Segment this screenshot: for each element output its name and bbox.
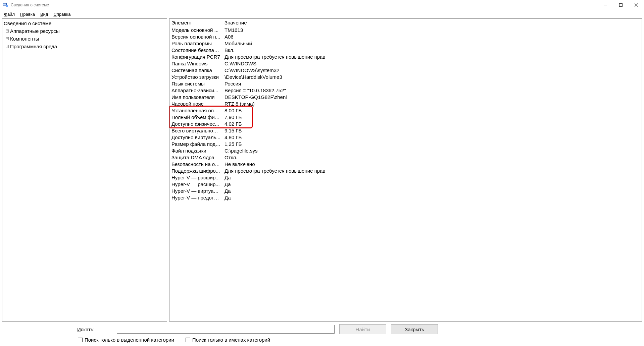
cell-element: Доступно виртуаль...: [169, 134, 222, 140]
table-row[interactable]: Доступно физичес...4,02 ГБ: [169, 120, 642, 127]
cell-value: A06: [222, 33, 347, 40]
table-row[interactable]: Hyper-V — виртуал...Да: [169, 187, 642, 194]
table-row[interactable]: Конфигурация PCR7Для просмотра требуется…: [169, 53, 642, 60]
expander-icon[interactable]: +: [6, 45, 9, 48]
cell-pad: [347, 181, 642, 187]
cell-pad: [347, 167, 642, 174]
menu-help[interactable]: Справка: [51, 11, 73, 17]
table-row[interactable]: Роль платформыМобильный: [169, 40, 642, 47]
tree-root-item[interactable]: Сведения о системе: [4, 19, 165, 27]
minimize-button[interactable]: [598, 0, 613, 10]
table-row[interactable]: Часовой поясRTZ 8 (зима): [169, 100, 642, 107]
cell-element: Состояние безопас...: [169, 47, 222, 53]
cell-element: Hyper-V — виртуал...: [169, 187, 222, 194]
cell-value: Для просмотра требуется повышение прав: [222, 167, 347, 174]
table-row[interactable]: Аппаратно-зависи...Версия = "10.0.18362.…: [169, 87, 642, 94]
table-row[interactable]: Безопасность на ос...Не включено: [169, 161, 642, 167]
table-row[interactable]: Всего виртуальной ...9,15 ГБ: [169, 127, 642, 134]
cell-element: Конфигурация PCR7: [169, 53, 222, 60]
table-row[interactable]: Размер файла подк...1,25 ГБ: [169, 140, 642, 147]
menu-view[interactable]: Вид: [38, 11, 51, 17]
search-bar: Искать: Найти Закрыть Поиск только в выд…: [0, 322, 644, 346]
detail-table: Элемент Значение Модель основной ...TM16…: [169, 19, 642, 201]
cell-value: RTZ 8 (зима): [222, 100, 347, 107]
cell-element: Аппаратно-зависи...: [169, 87, 222, 94]
cell-value: 1,25 ГБ: [222, 140, 347, 147]
table-row[interactable]: Полный объем физ...7,90 ГБ: [169, 114, 642, 120]
window-title: Сведения о системе: [11, 3, 49, 7]
close-search-button[interactable]: Закрыть: [391, 324, 438, 334]
menu-file[interactable]: Файл: [1, 11, 17, 17]
header-value[interactable]: Значение: [222, 19, 347, 26]
cell-element: Hyper-V — предотв...: [169, 194, 222, 201]
cell-pad: [347, 40, 642, 47]
detail-scroll[interactable]: Элемент Значение Модель основной ...TM16…: [169, 19, 642, 321]
cell-value: Да: [222, 181, 347, 187]
tree-item-label: Аппаратные ресурсы: [10, 27, 60, 35]
cell-element: Имя пользователя: [169, 94, 222, 100]
table-row[interactable]: Доступно виртуаль...4,80 ГБ: [169, 134, 642, 140]
cell-pad: [347, 67, 642, 73]
cell-element: Защита DMA ядра: [169, 154, 222, 161]
cell-value: TM1613: [222, 26, 347, 33]
tree-root: Сведения о системе +Аппаратные ресурсы+К…: [4, 19, 165, 50]
cell-element: Системная папка: [169, 67, 222, 73]
tree-item[interactable]: +Компоненты: [4, 35, 165, 43]
cell-element: Устройство загрузки: [169, 73, 222, 80]
expander-icon[interactable]: +: [6, 30, 9, 33]
close-button[interactable]: [629, 0, 644, 10]
cell-element: Доступно физичес...: [169, 120, 222, 127]
table-row[interactable]: Hyper-V — предотв...Да: [169, 194, 642, 201]
cell-value: Да: [222, 174, 347, 181]
table-row[interactable]: Язык системыРоссия: [169, 80, 642, 87]
table-row[interactable]: Устройство загрузки\Device\HarddiskVolum…: [169, 73, 642, 80]
cell-element: Поддержка шифро...: [169, 167, 222, 174]
cell-value: Откл.: [222, 154, 347, 161]
table-row[interactable]: Защита DMA ядраОткл.: [169, 154, 642, 161]
menubar: Файл Правка Вид Справка: [0, 10, 644, 18]
cell-value: Да: [222, 194, 347, 201]
table-row[interactable]: Версия основной п...A06: [169, 33, 642, 40]
cell-element: Версия основной п...: [169, 33, 222, 40]
table-row[interactable]: Состояние безопас...Вкл.: [169, 47, 642, 53]
table-row[interactable]: Папка WindowsC:\WINDOWS: [169, 60, 642, 67]
table-row[interactable]: Поддержка шифро...Для просмотра требуетс…: [169, 167, 642, 174]
cell-value: Версия = "10.0.18362.752": [222, 87, 347, 94]
checkbox-label: Поиск только в именах категорий: [192, 337, 270, 343]
checkbox-box-icon: [78, 338, 83, 342]
cell-element: Всего виртуальной ...: [169, 127, 222, 134]
checkbox-category-names[interactable]: Поиск только в именах категорий: [186, 337, 270, 343]
cell-value: 7,90 ГБ: [222, 114, 347, 120]
find-button[interactable]: Найти: [339, 324, 386, 334]
cell-value: C:\WINDOWS: [222, 60, 347, 67]
table-row[interactable]: Hyper-V — расшир...Да: [169, 174, 642, 181]
cell-element: Язык системы: [169, 80, 222, 87]
cell-pad: [347, 134, 642, 140]
table-row[interactable]: Модель основной ...TM1613: [169, 26, 642, 33]
cell-pad: [347, 73, 642, 80]
table-row[interactable]: Установленная опе...8,00 ГБ: [169, 107, 642, 114]
menu-edit[interactable]: Правка: [17, 11, 38, 17]
search-input[interactable]: [117, 325, 335, 334]
search-label: Искать:: [3, 327, 117, 332]
table-row[interactable]: Hyper-V — расшир...Да: [169, 181, 642, 187]
expander-icon[interactable]: +: [6, 37, 9, 40]
tree-item[interactable]: +Аппаратные ресурсы: [4, 27, 165, 35]
maximize-button[interactable]: [613, 0, 629, 10]
cell-pad: [347, 60, 642, 67]
tree-item[interactable]: +Программная среда: [4, 43, 165, 50]
cell-element: Часовой пояс: [169, 100, 222, 107]
table-row[interactable]: Файл подкачкиC:\pagefile.sys: [169, 147, 642, 154]
table-row[interactable]: Системная папкаC:\WINDOWS\system32: [169, 67, 642, 73]
cell-pad: [347, 94, 642, 100]
cell-value: C:\WINDOWS\system32: [222, 67, 347, 73]
cell-pad: [347, 120, 642, 127]
table-row[interactable]: Имя пользователяDESKTOP-GQ1G82F\zheni: [169, 94, 642, 100]
svg-rect-2: [6, 5, 8, 7]
checkbox-selected-category[interactable]: Поиск только в выделенной категории: [78, 337, 174, 343]
detail-wrap: Элемент Значение Модель основной ...TM16…: [169, 19, 642, 321]
titlebar: Сведения о системе: [0, 0, 644, 10]
header-element[interactable]: Элемент: [169, 19, 222, 26]
checkbox-label: Поиск только в выделенной категории: [85, 337, 174, 343]
cell-value: Для просмотра требуется повышение прав: [222, 53, 347, 60]
